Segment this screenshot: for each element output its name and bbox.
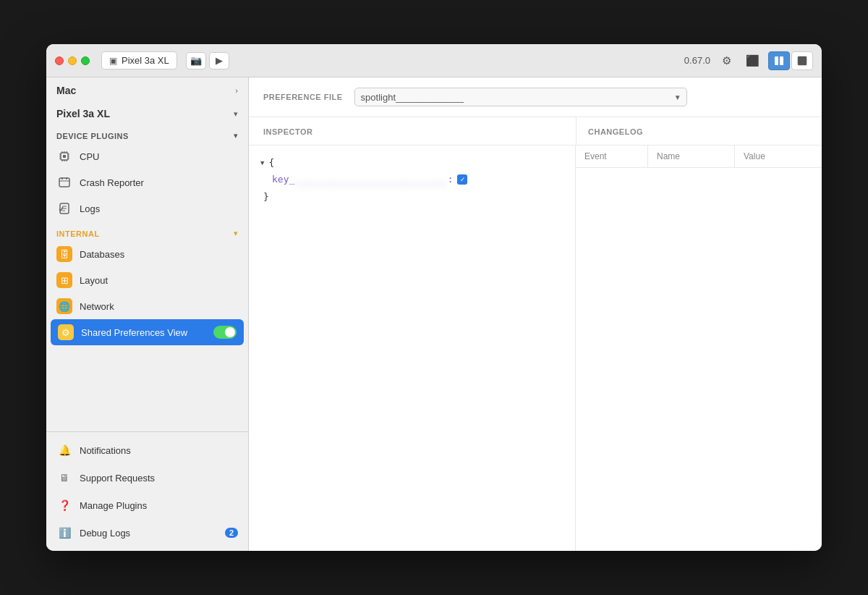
- layout-buttons: [768, 51, 813, 70]
- shared-prefs-toggle[interactable]: [213, 326, 237, 339]
- sidebar-item-crash-reporter[interactable]: Crash Reporter: [46, 169, 248, 195]
- sidebar-item-manage-plugins[interactable]: ❓ Manage Plugins: [46, 491, 248, 519]
- support-label: Support Requests: [80, 473, 155, 484]
- maximize-button[interactable]: [81, 56, 90, 65]
- panel-headers: INSPECTOR CHANGELOG: [249, 117, 822, 145]
- pixel-arrow: ▾: [234, 109, 238, 119]
- sidebar-item-logs[interactable]: Logs: [46, 195, 248, 221]
- version-label: 0.67.0: [684, 55, 710, 66]
- sidebar-item-databases[interactable]: 🗄 Databases: [46, 241, 248, 267]
- json-close-line: }: [260, 188, 563, 205]
- changelog-columns-header: Event Name Value: [576, 145, 822, 168]
- mac-label: Mac: [56, 85, 76, 96]
- main-content: Mac › Pixel 3a XL ▾ DEVICE PLUGINS ▾: [46, 77, 822, 551]
- minimize-button[interactable]: [68, 56, 77, 65]
- gear-button[interactable]: ⚙: [716, 51, 736, 71]
- changelog-header-cell: CHANGELOG: [576, 117, 822, 145]
- camera-button[interactable]: 📷: [186, 52, 206, 69]
- titlebar-actions: 📷 ▶: [186, 52, 229, 69]
- app-window: ▣ Pixel 3a XL 📷 ▶ 0.67.0 ⚙ ⬛: [46, 44, 822, 551]
- sidebar-item-debug-logs[interactable]: ℹ️ Debug Logs 2: [46, 519, 248, 547]
- cpu-label: CPU: [80, 151, 99, 162]
- json-key-blurred: ___________________________: [294, 174, 447, 185]
- shared-prefs-icon: ⚙: [58, 324, 74, 340]
- crash-icon: [56, 174, 72, 190]
- inspector-panel: ▼ { key____________________________: }: [249, 145, 576, 551]
- svg-rect-17: [59, 178, 69, 187]
- network-label: Network: [80, 301, 114, 312]
- tree-collapse-icon[interactable]: ▼: [260, 157, 264, 169]
- databases-icon: 🗄: [56, 246, 72, 262]
- sidebar-item-shared-prefs[interactable]: ⚙ Shared Preferences View: [51, 319, 244, 345]
- manage-plugins-label: Manage Plugins: [80, 500, 147, 511]
- internal-label: INTERNAL: [56, 229, 100, 238]
- support-icon: 🖥: [56, 470, 72, 486]
- json-tree: ▼ { key____________________________: }: [260, 154, 563, 205]
- sidebar-item-support[interactable]: 🖥 Support Requests: [46, 464, 248, 491]
- svg-rect-0: [775, 56, 778, 65]
- databases-label: Databases: [80, 249, 124, 260]
- svg-rect-2: [798, 56, 807, 65]
- sidebar-item-layout[interactable]: ⊞ Layout: [46, 267, 248, 293]
- sidebar-item-network[interactable]: 🌐 Network: [46, 293, 248, 319]
- internal-header[interactable]: INTERNAL ▾: [46, 221, 248, 241]
- screenshot-button[interactable]: ⬛: [742, 51, 762, 71]
- pixel-label: Pixel 3a XL: [56, 108, 110, 119]
- svg-rect-19: [61, 177, 63, 180]
- layout-full-button[interactable]: [791, 51, 813, 70]
- pref-file-select[interactable]: spotlight_____________: [354, 88, 687, 106]
- json-key-line: key____________________________:: [260, 171, 563, 187]
- changelog-col-name: Name: [648, 145, 735, 167]
- pref-file-label: PREFERENCE FILE: [263, 93, 343, 101]
- shared-prefs-label: Shared Preferences View: [81, 327, 187, 338]
- titlebar-right: 0.67.0 ⚙ ⬛: [684, 51, 813, 71]
- device-tab[interactable]: ▣ Pixel 3a XL: [101, 51, 177, 69]
- preference-file-row: PREFERENCE FILE spotlight_____________ ▼: [249, 77, 822, 117]
- changelog-col-value: Value: [735, 145, 822, 167]
- mac-arrow: ›: [235, 86, 238, 95]
- crash-reporter-label: Crash Reporter: [80, 177, 144, 188]
- layout-icon: ⊞: [56, 272, 72, 288]
- device-plugins-label: DEVICE PLUGINS: [56, 132, 129, 140]
- device-plugins-header: DEVICE PLUGINS ▾: [46, 124, 248, 143]
- sidebar-item-cpu[interactable]: CPU: [46, 143, 248, 169]
- json-value-checkbox[interactable]: [457, 174, 467, 185]
- debug-logs-label: Debug Logs: [80, 528, 130, 539]
- notifications-label: Notifications: [80, 445, 131, 456]
- cpu-icon: [56, 148, 72, 164]
- pref-file-select-wrapper: spotlight_____________ ▼: [354, 88, 687, 106]
- logs-label: Logs: [80, 203, 100, 214]
- debug-icon: ℹ️: [56, 525, 72, 541]
- json-key-text: key____________________________:: [272, 171, 453, 187]
- close-button[interactable]: [55, 56, 64, 65]
- changelog-label: CHANGELOG: [588, 127, 643, 136]
- debug-badge: 2: [225, 528, 238, 538]
- sidebar-item-notifications[interactable]: 🔔 Notifications: [46, 436, 248, 464]
- right-panel: PREFERENCE FILE spotlight_____________ ▼…: [249, 77, 822, 551]
- layout-label: Layout: [80, 275, 108, 286]
- json-open-brace: {: [268, 154, 274, 171]
- manage-plugins-icon: ❓: [56, 497, 72, 513]
- sidebar-bottom: 🔔 Notifications 🖥 Support Requests ❓ Man…: [46, 431, 248, 551]
- sidebar: Mac › Pixel 3a XL ▾ DEVICE PLUGINS ▾: [46, 77, 249, 551]
- inspector-label: INSPECTOR: [263, 127, 312, 136]
- panels-row: ▼ { key____________________________: }: [249, 145, 822, 551]
- changelog-col-event: Event: [576, 145, 648, 167]
- sidebar-spacer: [46, 345, 248, 431]
- json-root-line: ▼ {: [260, 154, 563, 171]
- svg-rect-1: [780, 56, 783, 65]
- json-close-brace: }: [260, 188, 269, 205]
- sidebar-section-mac[interactable]: Mac ›: [46, 77, 248, 101]
- changelog-panel: Event Name Value: [576, 145, 822, 551]
- video-button[interactable]: ▶: [209, 52, 229, 69]
- traffic-lights: [55, 56, 90, 65]
- layout-split-button[interactable]: [768, 51, 790, 70]
- svg-rect-4: [63, 155, 66, 158]
- device-tab-label: Pixel 3a XL: [122, 55, 169, 66]
- device-plugins-arrow[interactable]: ▾: [234, 131, 238, 140]
- inspector-header: INSPECTOR: [249, 117, 576, 145]
- titlebar: ▣ Pixel 3a XL 📷 ▶ 0.67.0 ⚙ ⬛: [46, 44, 822, 77]
- svg-rect-20: [66, 177, 67, 180]
- notifications-icon: 🔔: [56, 442, 72, 458]
- sidebar-section-pixel[interactable]: Pixel 3a XL ▾: [46, 101, 248, 124]
